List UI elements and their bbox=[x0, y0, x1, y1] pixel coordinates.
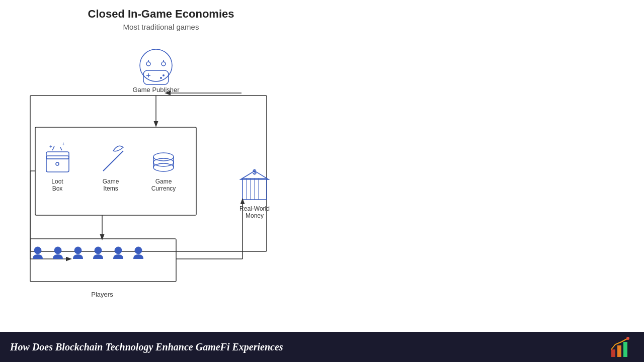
svg-text:Players: Players bbox=[91, 291, 113, 298]
svg-text:Loot: Loot bbox=[51, 178, 63, 185]
svg-point-5 bbox=[163, 74, 165, 76]
chart-icon bbox=[609, 334, 634, 359]
svg-text:+: + bbox=[49, 144, 52, 149]
svg-text:Currency: Currency bbox=[151, 185, 176, 192]
svg-rect-14 bbox=[35, 127, 196, 215]
svg-point-6 bbox=[160, 77, 162, 79]
svg-rect-2 bbox=[143, 70, 169, 84]
svg-text:Money: Money bbox=[246, 212, 264, 219]
svg-text:Real-World: Real-World bbox=[239, 205, 270, 212]
svg-point-142 bbox=[626, 337, 629, 340]
svg-point-54 bbox=[74, 247, 82, 254]
svg-point-30 bbox=[153, 158, 174, 166]
svg-rect-140 bbox=[617, 345, 621, 357]
left-panel: Closed In-Game Economies Most traditiona… bbox=[0, 0, 322, 332]
svg-text:Box: Box bbox=[52, 185, 63, 192]
footer-text: How Does Blockchain Technology Enhance G… bbox=[10, 341, 283, 353]
svg-point-55 bbox=[95, 247, 102, 254]
svg-text:Game: Game bbox=[103, 178, 119, 185]
svg-text:Game Publisher: Game Publisher bbox=[132, 86, 180, 94]
svg-point-53 bbox=[54, 247, 61, 254]
svg-rect-139 bbox=[611, 349, 615, 357]
svg-line-20 bbox=[54, 146, 54, 147]
left-subtitle: Most traditional games bbox=[5, 23, 317, 31]
footer: How Does Blockchain Technology Enhance G… bbox=[0, 332, 644, 362]
svg-text:+: + bbox=[62, 141, 65, 147]
left-diagram: Game Publisher + + Loot Box Game Items bbox=[10, 35, 312, 327]
svg-rect-48 bbox=[30, 239, 176, 282]
svg-rect-12 bbox=[30, 96, 267, 251]
svg-line-26 bbox=[103, 151, 123, 171]
svg-point-18 bbox=[56, 162, 59, 165]
svg-line-19 bbox=[52, 147, 54, 150]
svg-rect-15 bbox=[46, 156, 69, 172]
svg-point-7 bbox=[146, 62, 150, 66]
svg-rect-141 bbox=[623, 342, 627, 357]
svg-point-33 bbox=[153, 163, 174, 171]
svg-text:Game: Game bbox=[155, 178, 172, 185]
svg-text:Items: Items bbox=[103, 185, 118, 192]
svg-point-52 bbox=[34, 247, 41, 254]
svg-point-57 bbox=[135, 247, 142, 254]
svg-point-56 bbox=[115, 247, 122, 254]
left-title: Closed In-Game Economies bbox=[5, 8, 317, 21]
svg-line-21 bbox=[60, 147, 62, 150]
svg-point-8 bbox=[162, 62, 166, 66]
svg-rect-16 bbox=[46, 152, 69, 159]
svg-point-1 bbox=[140, 49, 172, 81]
